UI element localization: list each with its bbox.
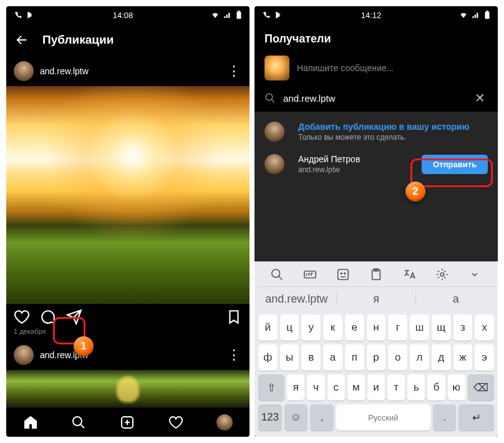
key-р[interactable]: р (367, 344, 386, 371)
key-ш[interactable]: ш (410, 314, 429, 341)
compose-input[interactable]: Напишите сообщение... (297, 63, 394, 73)
avatar[interactable] (14, 61, 34, 81)
search-input[interactable]: and.rew.lptw (283, 93, 465, 104)
key-э[interactable]: э (475, 344, 494, 371)
key-ф[interactable]: ф (258, 344, 278, 371)
key-а[interactable]: а (323, 344, 342, 371)
add-post-icon[interactable] (120, 415, 135, 430)
key-comma[interactable]: , (310, 404, 334, 431)
kb-translate-icon[interactable] (402, 268, 416, 281)
post-username[interactable]: and.rew.lptw (40, 66, 227, 76)
avatar (264, 122, 284, 142)
viber-icon (262, 11, 271, 19)
key-щ[interactable]: щ (432, 314, 451, 341)
key-ю[interactable]: ю (448, 374, 465, 401)
battery-icon (484, 11, 490, 19)
kb-clipboard-icon[interactable] (369, 268, 383, 281)
kb-gif-icon[interactable] (303, 268, 317, 281)
search-icon[interactable] (71, 415, 86, 430)
like-icon[interactable] (14, 309, 30, 325)
key-с[interactable]: с (327, 374, 345, 401)
key-ч[interactable]: ч (307, 374, 324, 401)
key-и[interactable]: и (367, 374, 385, 401)
story-row-subtitle: Только вы можете это сделать. (298, 133, 488, 142)
post-header-2[interactable]: and.rew.lptw ⋮ (6, 340, 250, 370)
key-numbers[interactable]: 123 (258, 404, 282, 431)
key-backspace[interactable]: ⌫ (468, 374, 494, 401)
key-н[interactable]: н (367, 314, 386, 341)
key-ь[interactable]: ь (407, 374, 425, 401)
more-icon[interactable]: ⋮ (227, 348, 242, 362)
avatar[interactable] (14, 345, 34, 365)
key-т[interactable]: т (387, 374, 405, 401)
suggestion[interactable]: я (337, 293, 417, 306)
clear-icon[interactable]: ✕ (472, 90, 488, 105)
key-о[interactable]: о (388, 344, 407, 371)
key-shift[interactable]: ⇧ (258, 374, 284, 401)
svg-rect-1 (238, 11, 240, 12)
key-emoji[interactable]: ☺ (284, 404, 308, 431)
key-к[interactable]: к (323, 314, 342, 341)
screen-header: Публикации (6, 24, 250, 56)
back-icon[interactable] (15, 33, 29, 47)
svg-rect-5 (486, 11, 488, 12)
story-row-title: Добавить публикацию в вашу историю (298, 122, 488, 132)
svg-rect-8 (304, 271, 316, 278)
post-username[interactable]: and.rew.lptw (40, 350, 227, 360)
comment-icon[interactable] (40, 309, 56, 325)
home-icon[interactable] (23, 415, 38, 430)
key-й[interactable]: й (258, 314, 278, 341)
kb-chevron-icon[interactable] (468, 268, 482, 281)
key-е[interactable]: е (345, 314, 364, 341)
more-icon[interactable]: ⋮ (227, 64, 242, 78)
key-space[interactable]: Русский (336, 404, 430, 431)
key-period[interactable]: . (433, 404, 457, 431)
post-header[interactable]: and.rew.lptw ⋮ (6, 56, 250, 86)
add-to-story-row[interactable]: Добавить публикацию в вашу историю Тольк… (254, 115, 498, 148)
post-image[interactable] (6, 86, 250, 304)
recipients-panel: Добавить публикацию в вашу историю Тольк… (254, 112, 498, 437)
key-ж[interactable]: ж (453, 344, 473, 371)
avatar[interactable] (264, 154, 284, 174)
key-х[interactable]: х (475, 314, 494, 341)
key-д[interactable]: д (432, 344, 451, 371)
key-п[interactable]: п (345, 344, 364, 371)
play-store-icon (26, 11, 35, 19)
recipient-user-row: Андрей Петров and.rew.lptw Отправить (254, 148, 498, 180)
suggestion[interactable]: а (416, 293, 495, 306)
kb-sticker-icon[interactable] (336, 268, 350, 281)
key-я[interactable]: я (287, 374, 304, 401)
key-г[interactable]: г (388, 314, 407, 341)
status-time: 14:12 (361, 11, 382, 20)
search-row: and.rew.lptw ✕ (254, 84, 498, 112)
key-enter[interactable]: ↵ (458, 404, 494, 431)
bookmark-icon[interactable] (226, 309, 242, 325)
profile-avatar[interactable] (216, 414, 233, 431)
post-thumbnail (264, 56, 289, 80)
phone-right: 14:12 Получатели Напишите сообщение... a… (254, 6, 498, 437)
wifi-icon (211, 11, 220, 19)
key-б[interactable]: б (427, 374, 445, 401)
kb-search-icon[interactable] (270, 268, 284, 281)
bottom-nav (6, 407, 250, 437)
wifi-icon (459, 11, 468, 19)
post-image-2[interactable] (6, 370, 250, 407)
key-м[interactable]: м (347, 374, 365, 401)
key-л[interactable]: л (410, 344, 429, 371)
svg-rect-9 (338, 270, 349, 280)
keyboard: and.rew.lptw я а йцукенгшщзх фывапролджэ… (254, 261, 498, 437)
post-date: 1 декабря (6, 328, 250, 340)
key-ц[interactable]: ц (280, 314, 299, 341)
key-з[interactable]: з (453, 314, 473, 341)
compose-row[interactable]: Напишите сообщение... (254, 52, 498, 84)
send-button[interactable]: Отправить (422, 155, 488, 174)
key-ы[interactable]: ы (280, 344, 299, 371)
keyboard-suggestions: and.rew.lptw я а (257, 287, 495, 311)
key-в[interactable]: в (301, 344, 321, 371)
svg-point-10 (341, 273, 342, 274)
share-icon[interactable] (66, 309, 82, 325)
suggestion[interactable]: and.rew.lptw (257, 293, 337, 306)
kb-settings-icon[interactable] (435, 268, 449, 281)
key-у[interactable]: у (301, 314, 321, 341)
activity-icon[interactable] (168, 415, 183, 430)
